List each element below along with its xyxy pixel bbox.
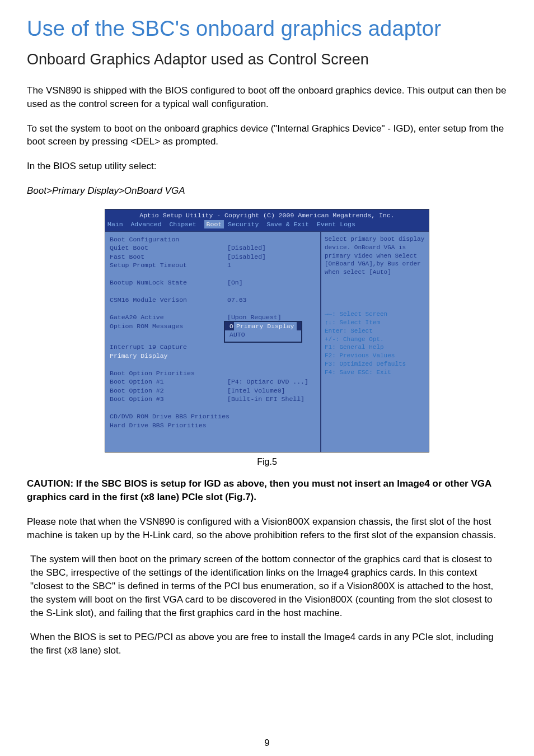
bios-hdd-label: Hard Drive BBS Priorities bbox=[110, 421, 207, 430]
bios-csm-label: CSM16 Module Verison bbox=[110, 296, 227, 305]
bios-bo1-val: [P4: Optiarc DVD ...] bbox=[227, 377, 308, 386]
bios-menu-security: Security bbox=[228, 221, 259, 228]
bios-header: Aptio Setup Utility - Copyright (C) 2009… bbox=[105, 209, 429, 220]
figure-caption: Fig.5 bbox=[27, 457, 507, 467]
bios-popup-title: Primary Display bbox=[234, 322, 297, 331]
bios-popup-option: AUTO bbox=[225, 330, 301, 339]
bios-gate-label: GateA20 Active bbox=[110, 313, 227, 322]
bios-key-hint: F4: Save ESC: Exit bbox=[325, 368, 427, 377]
bios-numlock-val: [On] bbox=[227, 278, 243, 287]
bios-fast-label: Fast Boot bbox=[110, 253, 227, 262]
bios-bo2-label: Boot Option #2 bbox=[110, 386, 227, 395]
bios-primary-label: Primary Display bbox=[110, 352, 227, 361]
caution-text: CAUTION: If the SBC BIOS is setup for IG… bbox=[27, 477, 507, 504]
bios-rom-label: Option ROM Messages bbox=[110, 322, 227, 343]
bios-section: Boot Configuration bbox=[110, 235, 227, 244]
bios-right-pane: Select primary boot display device. OnBo… bbox=[321, 232, 429, 452]
bios-menu-chipset: Chipset bbox=[169, 221, 196, 228]
bios-menu-save: Save & Exit bbox=[266, 221, 309, 228]
bios-timeout-val: 1 bbox=[227, 261, 231, 270]
bios-menu-main: Main bbox=[107, 221, 123, 228]
bios-path: Boot>Primary Display>OnBoard VGA bbox=[27, 184, 507, 198]
bios-csm-val: 07.63 bbox=[227, 296, 247, 305]
bios-numlock-label: Bootup NumLock State bbox=[110, 278, 227, 287]
bios-key-hint: Enter: Select bbox=[325, 327, 427, 335]
bios-menu-boot: Boot bbox=[204, 220, 224, 228]
bios-bo3-val: [Built-in EFI Shell] bbox=[227, 395, 305, 404]
bios-menu-bar: Main Advanced Chipset Boot Security Save… bbox=[105, 220, 429, 231]
bios-menu-advanced: Advanced bbox=[130, 221, 161, 228]
bios-bo3-label: Boot Option #3 bbox=[110, 395, 227, 404]
bios-fast-val: [Disabled] bbox=[227, 253, 266, 262]
bios-key-hint: ↑↓: Select Item bbox=[325, 319, 427, 327]
bios-timeout-label: Setup Prompt Timeout bbox=[110, 261, 227, 270]
body-paragraph: The system will then boot on the primary… bbox=[27, 553, 507, 619]
bios-bo2-val: [Intel Volume0] bbox=[227, 386, 285, 395]
body-paragraph: To set the system to boot on the onboard… bbox=[27, 122, 507, 149]
bios-popup: Primary Display OnBoard VGA AUTO bbox=[224, 321, 302, 343]
bios-int19-label: Interrupt 19 Capture bbox=[110, 343, 227, 352]
bios-key-hint: F1: General Help bbox=[325, 343, 427, 352]
body-paragraph: Please note that when the VSN890 is conf… bbox=[27, 515, 507, 542]
page-title: Use of the SBC's onboard graphics adapto… bbox=[27, 17, 507, 41]
bios-key-hint: F2: Previous Values bbox=[325, 352, 427, 360]
bios-priorities-label: Boot Option Priorities bbox=[110, 369, 227, 378]
body-paragraph: The VSN890 is shipped with the BIOS conf… bbox=[27, 84, 507, 111]
page-number: 9 bbox=[0, 738, 534, 748]
bios-quiet-val: [Disabled] bbox=[227, 244, 266, 253]
bios-key-hint: →←: Select Screen bbox=[325, 310, 427, 319]
body-paragraph: In the BIOS setup utility select: bbox=[27, 160, 507, 173]
bios-quiet-label: Quiet Boot bbox=[110, 244, 227, 253]
section-heading: Onboard Graphics Adaptor used as Control… bbox=[27, 51, 507, 68]
bios-key-hint: +/-: Change Opt. bbox=[325, 335, 427, 344]
bios-left-pane: Boot Configuration Quiet Boot[Disabled] … bbox=[105, 232, 321, 452]
bios-cddvd-label: CD/DVD ROM Drive BBS Priorities bbox=[110, 412, 229, 421]
bios-bo1-label: Boot Option #1 bbox=[110, 377, 227, 386]
body-paragraph: When the BIOS is set to PEG/PCI as above… bbox=[27, 631, 507, 657]
bios-help-text: Select primary boot display device. OnBo… bbox=[325, 235, 427, 277]
bios-screenshot: Aptio Setup Utility - Copyright (C) 2009… bbox=[27, 209, 507, 452]
bios-key-hint: F3: Optimized Defaults bbox=[325, 360, 427, 368]
bios-menu-event: Event Logs bbox=[317, 221, 355, 228]
